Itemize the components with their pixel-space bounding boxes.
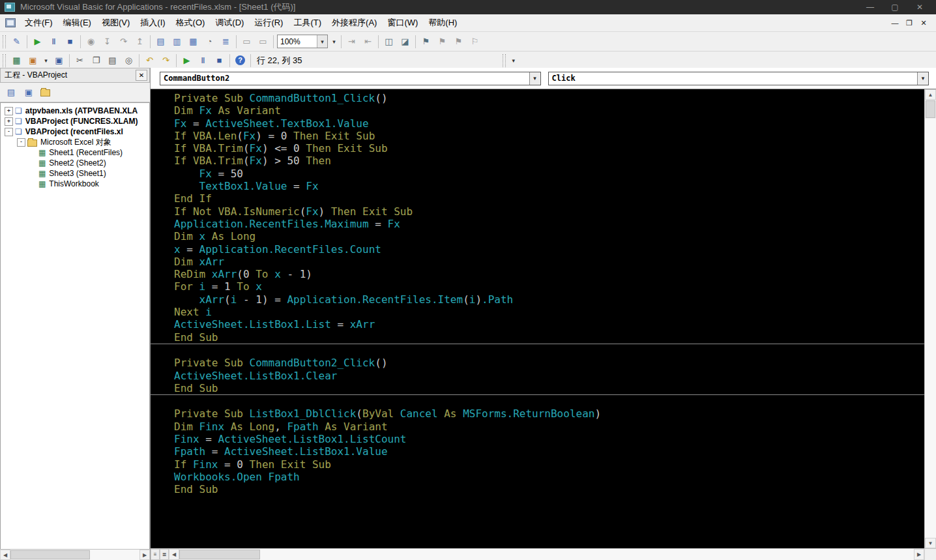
child-minimize-button[interactable]: — xyxy=(888,17,902,29)
code-line[interactable]: Fx = 50 xyxy=(151,168,924,180)
code-vertical-scrollbar[interactable]: ▲ ▼ xyxy=(924,89,936,548)
code-line[interactable]: End Sub xyxy=(151,483,924,495)
menu-edit[interactable]: 编辑(E) xyxy=(58,14,96,31)
tree-expander-icon[interactable]: - xyxy=(5,128,13,136)
break-button[interactable]: Ⅱ xyxy=(46,35,61,49)
code-horizontal-scrollbar[interactable]: ≡ ≣ ◀ ▶ xyxy=(151,548,936,560)
code-line[interactable]: If VBA.Trim(Fx) > 50 Then xyxy=(151,155,924,167)
code-line[interactable]: Dim x As Long xyxy=(151,230,924,243)
view-excel-button[interactable]: ▦ xyxy=(9,53,24,68)
code-line[interactable]: x = Application.RecentFiles.Count xyxy=(151,243,924,256)
code-line[interactable]: For i = 1 To x xyxy=(151,280,924,293)
comment-block-button[interactable]: ◫ xyxy=(381,35,396,49)
horizontal-scrollbar-track[interactable] xyxy=(260,549,914,560)
procedure-dropdown[interactable]: Click ▾ xyxy=(548,72,929,85)
find-button[interactable]: ◎ xyxy=(121,53,136,68)
tree-item-sheet3[interactable]: ▦Sheet3 (Sheet1) xyxy=(1,168,149,179)
toggle-bookmark-button[interactable]: ⚑ xyxy=(418,35,433,49)
save-button[interactable]: ▣ xyxy=(51,53,66,68)
step-out-button[interactable]: ↥ xyxy=(132,35,147,49)
menu-run[interactable]: 运行(R) xyxy=(249,14,288,31)
scroll-right-button[interactable]: ▶ xyxy=(139,550,150,560)
toolbar-grip[interactable] xyxy=(3,54,6,67)
run-button-standard[interactable]: ▶ xyxy=(179,53,194,68)
insert-dropdown[interactable]: ▾ xyxy=(42,54,50,67)
menu-tools[interactable]: 工具(T) xyxy=(288,14,327,31)
code-line[interactable]: Private Sub CommandButton1_Click() xyxy=(151,92,924,104)
quick-watch-button[interactable]: ◔ xyxy=(202,35,217,49)
view-code-button[interactable]: ▤ xyxy=(3,85,19,99)
scroll-down-button[interactable]: ▼ xyxy=(925,538,936,548)
tree-expander-icon[interactable]: + xyxy=(5,117,13,126)
code-line[interactable]: If VBA.Trim(Fx) <= 0 Then Exit Sub xyxy=(151,142,924,155)
code-line[interactable]: Application.RecentFiles.Maximum = Fx xyxy=(151,218,924,230)
cut-button[interactable]: ✂ xyxy=(72,53,87,68)
zoom-combo[interactable]: 100%▾ xyxy=(277,35,328,48)
call-stack-button[interactable]: ≣ xyxy=(218,35,233,49)
copy-button[interactable]: ❐ xyxy=(89,53,104,68)
paste-button[interactable]: ▤ xyxy=(105,53,120,68)
code-line[interactable]: Dim xArr xyxy=(151,256,924,268)
project-panel-close-button[interactable]: ✕ xyxy=(136,70,147,81)
scrollbar-track[interactable] xyxy=(90,550,139,560)
code-line[interactable]: Fpath = ActiveSheet.ListBox1.Value xyxy=(151,445,924,458)
menu-format[interactable]: 格式(O) xyxy=(171,14,211,31)
scroll-left-button[interactable]: ◀ xyxy=(0,550,10,560)
immediate-window-button[interactable]: ▥ xyxy=(169,35,184,49)
child-close-button[interactable]: ✕ xyxy=(916,17,931,29)
close-button[interactable]: ✕ xyxy=(907,1,932,14)
menu-debug[interactable]: 调试(D) xyxy=(210,14,249,31)
indent-button[interactable]: ⇥ xyxy=(344,35,359,49)
list-properties-button[interactable]: ▭ xyxy=(239,35,254,49)
tree-item-sheet1[interactable]: ▦Sheet1 (RecentFiles) xyxy=(1,147,149,158)
quick-info-button[interactable]: ▭ xyxy=(256,35,271,49)
code-line[interactable]: Fx = ActiveSheet.TextBox1.Value xyxy=(151,117,924,130)
maximize-button[interactable]: ▢ xyxy=(883,1,907,14)
zoom-combo-dropdown[interactable]: ▾ xyxy=(330,35,338,48)
step-into-button[interactable]: ↧ xyxy=(100,35,115,49)
tree-expander-icon[interactable]: - xyxy=(17,138,25,147)
horizontal-scrollbar-thumb[interactable] xyxy=(179,550,260,559)
design-mode-button[interactable]: ✎ xyxy=(9,35,24,49)
code-line[interactable]: TextBox1.Value = Fx xyxy=(151,180,924,192)
menu-help[interactable]: 帮助(H) xyxy=(423,14,462,31)
uncomment-block-button[interactable]: ◪ xyxy=(398,35,413,49)
step-over-button[interactable]: ↷ xyxy=(116,35,131,49)
tree-item-sheet2[interactable]: ▦Sheet2 (Sheet2) xyxy=(1,158,149,168)
clear-bookmarks-button[interactable]: ⚐ xyxy=(467,35,482,49)
scroll-right-button[interactable]: ▶ xyxy=(914,549,924,560)
code-line[interactable]: Finx = ActiveSheet.ListBox1.ListCount xyxy=(151,433,924,445)
code-line[interactable]: End Sub xyxy=(151,382,924,394)
tree-item-project-funcres[interactable]: +❏VBAProject (FUNCRES.XLAM) xyxy=(1,116,149,126)
vertical-scrollbar-thumb[interactable] xyxy=(926,100,935,118)
project-horizontal-scrollbar[interactable]: ◀ ▶ xyxy=(0,549,150,560)
menu-view[interactable]: 视图(V) xyxy=(96,14,135,31)
toolbar-grip[interactable] xyxy=(3,35,6,48)
undo-button[interactable]: ↶ xyxy=(142,53,157,68)
object-dropdown[interactable]: CommandButton2 ▾ xyxy=(160,72,541,85)
tree-item-project-recentfiles[interactable]: -❏VBAProject (recentFiles.xl xyxy=(1,126,149,137)
minimize-button[interactable]: — xyxy=(858,1,883,14)
code-line[interactable]: Private Sub ListBox1_DblClick(ByVal Canc… xyxy=(151,407,924,420)
zoom-combo-arrow-icon[interactable]: ▾ xyxy=(317,35,327,48)
code-line[interactable]: Workbooks.Open Fpath xyxy=(151,471,924,483)
code-line[interactable]: ActiveSheet.ListBox1.Clear xyxy=(151,370,924,382)
view-object-button[interactable]: ▣ xyxy=(21,85,37,99)
tree-expander-icon[interactable]: + xyxy=(5,107,13,115)
code-line[interactable]: Private Sub CommandButton2_Click() xyxy=(151,357,924,369)
outdent-button[interactable]: ⇤ xyxy=(360,35,375,49)
scrollbar-thumb[interactable] xyxy=(10,550,90,559)
code-line[interactable]: If Not VBA.IsNumeric(Fx) Then Exit Sub xyxy=(151,205,924,218)
code-line[interactable]: End If xyxy=(151,192,924,205)
insert-userform-button[interactable]: ▣ xyxy=(25,53,40,68)
toolbar-overflow-dropdown[interactable]: ▾ xyxy=(509,54,518,67)
object-dropdown-arrow-icon[interactable]: ▾ xyxy=(529,72,540,85)
child-restore-button[interactable]: ❐ xyxy=(902,17,916,29)
menu-insert[interactable]: 插入(I) xyxy=(135,14,170,31)
locals-window-button[interactable]: ▤ xyxy=(153,35,168,49)
code-line[interactable]: ActiveSheet.ListBox1.List = xArr xyxy=(151,318,924,331)
redo-button[interactable]: ↷ xyxy=(158,53,173,68)
scroll-up-button[interactable]: ▲ xyxy=(925,89,936,100)
reset-button[interactable]: ■ xyxy=(63,35,78,49)
code-line[interactable]: If VBA.Len(Fx) = 0 Then Exit Sub xyxy=(151,130,924,142)
